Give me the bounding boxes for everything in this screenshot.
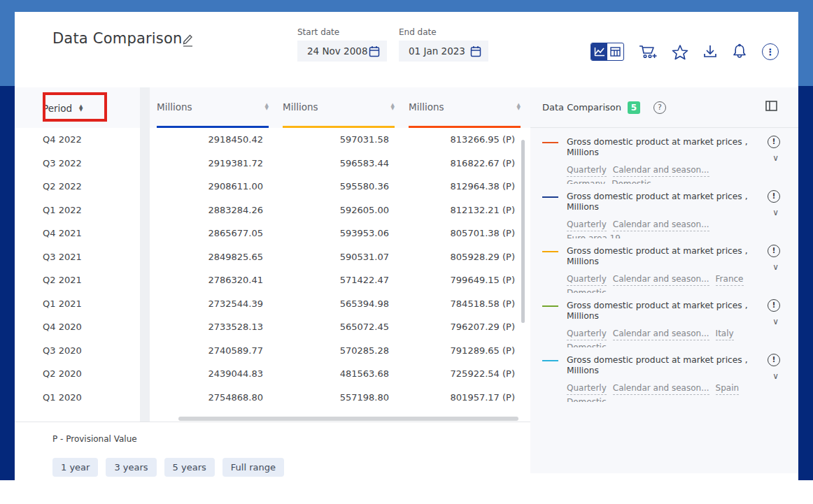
toolbar: ⋮ xyxy=(591,43,779,61)
value-cell: 2439044.83 xyxy=(150,368,276,379)
period-cell: Q3 2022 xyxy=(15,158,140,168)
range-button-1-year[interactable]: 1 year xyxy=(52,458,98,477)
sort-icon[interactable]: ▲▼ xyxy=(517,103,521,110)
sort-icon[interactable]: ▲▼ xyxy=(391,103,395,110)
column-header-millions-2[interactable]: Millions▲▼ xyxy=(276,87,402,128)
vertical-scrollbar[interactable] xyxy=(521,140,525,323)
table-bottom-divider xyxy=(15,422,530,422)
dimension-link[interactable]: Calendar and season... xyxy=(613,273,709,286)
value-cell: 2733528.13 xyxy=(150,322,276,332)
table-row[interactable]: Q4 20212865677.05593953.06805701.38 (P) xyxy=(15,222,530,245)
dimension-link[interactable]: Domestic xyxy=(567,396,607,402)
value-cells: 2732544.39565394.98784518.58 (P) xyxy=(150,298,528,309)
end-date-field[interactable]: 01 Jan 2023 xyxy=(399,41,488,62)
period-cell: Q3 2021 xyxy=(15,252,140,262)
dimension-link[interactable]: Calendar and season... xyxy=(613,164,709,177)
period-cell: Q1 2020 xyxy=(15,392,140,403)
dimension-link[interactable]: Calendar and season... xyxy=(613,219,709,231)
chevron-down-icon[interactable]: ∨ xyxy=(772,317,779,326)
annotation-rectangle xyxy=(43,92,107,122)
dimension-link[interactable]: Quarterly xyxy=(567,273,607,286)
value-cells: 2439044.83481563.68725922.54 (P) xyxy=(150,368,528,379)
chevron-down-icon[interactable]: ∨ xyxy=(772,153,779,163)
value-cell: 571422.47 xyxy=(276,275,402,285)
horizontal-scrollbar[interactable] xyxy=(178,417,518,421)
dimension-link[interactable]: France xyxy=(716,273,744,286)
series-info-icon[interactable]: ! xyxy=(768,354,780,366)
table-row[interactable]: Q4 20202733528.13565072.45796207.29 (P) xyxy=(15,315,530,339)
period-cell: Q2 2022 xyxy=(15,181,140,192)
value-cell: 597031.58 xyxy=(276,134,402,145)
edit-title-icon[interactable] xyxy=(181,33,194,50)
panel-title: Data Comparison xyxy=(542,102,621,113)
period-cell: Q3 2020 xyxy=(15,345,140,356)
dimension-link[interactable]: Spain xyxy=(716,382,740,395)
value-cell: 796207.29 (P) xyxy=(402,322,528,332)
range-button-5-years[interactable]: 5 years xyxy=(164,458,215,477)
series-dimension-links: QuarterlyCalendar and season...FranceDom… xyxy=(567,272,756,293)
chevron-down-icon[interactable]: ∨ xyxy=(772,262,779,272)
provisional-note: P - Provisional Value xyxy=(52,434,137,444)
range-buttons: 1 year 3 years 5 years Full range xyxy=(52,458,284,477)
panel-collapse-icon[interactable] xyxy=(765,101,777,114)
dimension-link[interactable]: Italy xyxy=(716,328,734,340)
dimension-link[interactable]: Calendar and season... xyxy=(613,382,709,395)
series-item[interactable]: Gross domestic product at market prices … xyxy=(530,182,798,237)
table-row[interactable]: Q1 20222883284.26592605.00812132.21 (P) xyxy=(15,199,530,222)
chevron-down-icon[interactable]: ∨ xyxy=(772,371,779,381)
sort-icon[interactable]: ▲▼ xyxy=(265,103,269,110)
table-row[interactable]: Q1 20202754868.80557198.80801957.17 (P) xyxy=(15,386,530,410)
table-row[interactable]: Q2 20222908611.00595580.36812964.38 (P) xyxy=(15,175,530,199)
series-dimension-links: QuarterlyCalendar and season...GermanyDo… xyxy=(567,163,756,184)
table-row[interactable]: Q3 20212849825.65590531.07805928.29 (P) xyxy=(15,245,530,269)
dimension-link[interactable]: Calendar and season... xyxy=(613,328,709,340)
series-color-dash xyxy=(542,305,558,307)
star-icon[interactable] xyxy=(672,44,688,60)
calendar-icon[interactable] xyxy=(470,45,481,57)
value-cells: 2786320.41571422.47799649.15 (P) xyxy=(150,275,528,285)
value-cell: 570285.28 xyxy=(276,345,402,356)
table-row[interactable]: Q3 20222919381.72596583.44816822.67 (P) xyxy=(15,152,530,175)
series-info-icon[interactable]: ! xyxy=(768,299,780,312)
value-cell: 592605.00 xyxy=(276,205,402,215)
column-header-millions-1[interactable]: Millions▲▼ xyxy=(150,87,276,128)
value-cell: 565394.98 xyxy=(276,298,402,309)
value-cell: 596583.44 xyxy=(276,158,402,168)
series-item[interactable]: Gross domestic product at market prices … xyxy=(530,237,798,291)
chart-view-icon[interactable] xyxy=(591,43,607,60)
series-info-icon[interactable]: ! xyxy=(768,245,780,257)
table-row[interactable]: Q1 20212732544.39565394.98784518.58 (P) xyxy=(15,292,530,316)
table-row[interactable]: Q2 20212786320.41571422.47799649.15 (P) xyxy=(15,268,530,292)
download-icon[interactable] xyxy=(703,44,717,59)
table-view-icon[interactable] xyxy=(607,43,623,60)
calendar-icon[interactable] xyxy=(369,45,380,57)
dimension-link[interactable]: Quarterly xyxy=(567,328,607,340)
start-date-group: Start date 24 Nov 2008 xyxy=(297,27,388,62)
table-row[interactable]: Q2 20202439044.83481563.68725922.54 (P) xyxy=(15,362,530,386)
frame-right-blue xyxy=(798,12,813,86)
help-icon[interactable]: ? xyxy=(653,101,666,114)
series-info-icon[interactable]: ! xyxy=(768,190,780,203)
value-columns-header: Millions▲▼ Millions▲▼ Millions▲▼ xyxy=(150,87,530,128)
series-info-icon[interactable]: ! xyxy=(768,136,780,148)
dimension-link[interactable]: Quarterly xyxy=(567,219,607,231)
series-color-dash xyxy=(542,196,558,198)
table-row[interactable]: Q3 20202740589.77570285.28791289.65 (P) xyxy=(15,339,530,363)
table-row[interactable]: Q4 20222918450.42597031.58813266.95 (P) xyxy=(15,128,530,152)
series-item[interactable]: Gross domestic product at market prices … xyxy=(530,128,798,182)
bell-icon[interactable] xyxy=(732,43,747,60)
more-options-icon[interactable]: ⋮ xyxy=(762,43,779,60)
start-date-field[interactable]: 24 Nov 2008 xyxy=(297,41,387,62)
chart-table-view-toggle[interactable] xyxy=(591,43,624,61)
range-button-3-years[interactable]: 3 years xyxy=(106,458,156,477)
range-button-full-range[interactable]: Full range xyxy=(222,458,284,477)
column-header-millions-3[interactable]: Millions▲▼ xyxy=(402,87,528,128)
dimension-link[interactable]: Quarterly xyxy=(567,382,607,395)
value-cell: 784518.58 (P) xyxy=(402,298,528,309)
series-item[interactable]: Gross domestic product at market prices … xyxy=(530,291,798,346)
value-cell: 2865677.05 xyxy=(150,228,276,238)
series-item[interactable]: Gross domestic product at market prices … xyxy=(530,346,798,401)
add-to-cart-icon[interactable] xyxy=(639,43,657,60)
chevron-down-icon[interactable]: ∨ xyxy=(772,208,779,217)
dimension-link[interactable]: Quarterly xyxy=(567,164,607,177)
